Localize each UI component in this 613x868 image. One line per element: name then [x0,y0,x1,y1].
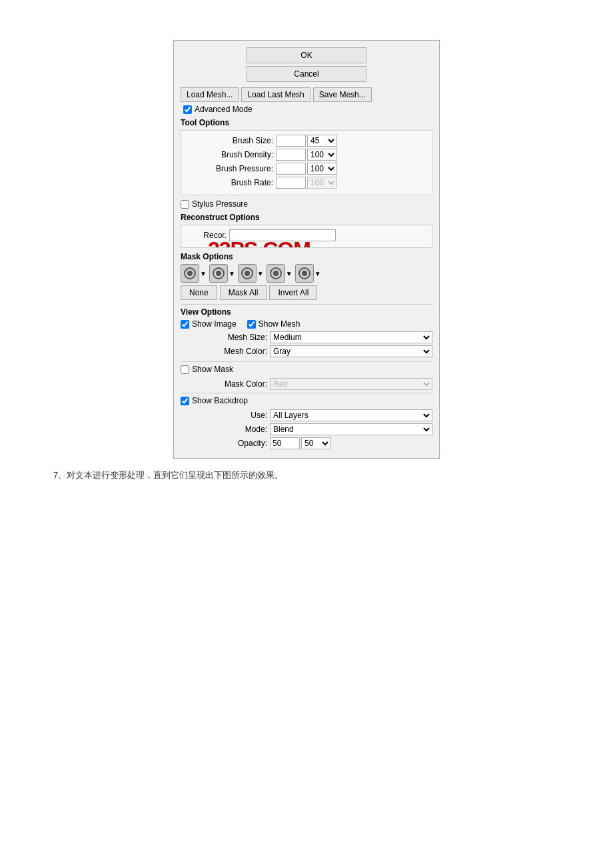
mask-circle-icon-4 [267,264,285,283]
brush-pressure-row: Brush Pressure: 100 100 [187,163,426,175]
liquify-dialog: OK Cancel Load Mesh... Load Last Mesh Sa… [173,40,440,459]
mesh-size-label: Mesh Size: [181,333,267,342]
opacity-select[interactable]: 50 [301,437,331,449]
mask-icon-4-arrow[interactable]: ▼ [286,270,293,277]
brush-pressure-select[interactable]: 100 [307,163,337,175]
view-options-section: View Options Show Image Show Mesh Mesh S… [181,307,432,357]
mask-circle-icon-2 [209,264,228,283]
mask-icon-5[interactable]: ▼ [295,264,321,283]
show-image-checkbox-label: Show Image [181,319,237,329]
brush-rate-input[interactable]: 100 [276,177,306,189]
show-backdrop-row: Show Backdrop [181,396,432,405]
divider-3 [181,393,432,393]
show-mesh-checkbox-label: Show Mesh [247,319,301,329]
brush-density-label: Brush Density: [187,150,273,159]
divider-2 [181,361,432,362]
mesh-size-select[interactable]: Medium [270,331,432,343]
mode-select[interactable]: Blend [270,423,432,435]
opacity-input[interactable] [270,437,300,449]
mask-color-row: Mask Color: Red [181,378,432,390]
mask-icon-4[interactable]: ▼ [267,264,293,283]
brush-pressure-input[interactable]: 100 [276,163,306,175]
show-mask-row: Show Mask [181,365,432,374]
mesh-buttons-row: Load Mesh... Load Last Mesh Save Mesh... [181,87,432,102]
svg-point-7 [273,271,279,276]
mask-icon-2[interactable]: ▼ [209,264,235,283]
brush-size-label: Brush Size: [187,136,273,145]
mask-options-section: Mask Options ▼ [181,252,432,300]
svg-point-3 [216,271,221,276]
mask-icon-5-arrow[interactable]: ▼ [314,270,321,277]
recor-row: Recor. [187,229,426,241]
recor-label: Recor. [187,231,227,240]
svg-point-1 [187,271,193,276]
load-last-mesh-button[interactable]: Load Last Mesh [241,87,310,102]
advanced-mode-label: Advanced Mode [195,105,253,114]
mask-all-button[interactable]: Mask All [220,285,267,300]
advanced-mode-row: Advanced Mode [181,105,432,114]
brush-pressure-label: Brush Pressure: [187,164,273,173]
mode-row: Mode: Blend [181,423,432,435]
cancel-button[interactable]: Cancel [247,66,366,82]
save-mesh-button[interactable]: Save Mesh... [313,87,372,102]
mask-options-label: Mask Options [181,252,432,261]
divider-1 [181,304,432,305]
svg-point-9 [302,271,307,276]
brush-density-row: Brush Density: 100 100 [187,149,426,161]
brush-density-control: 100 100 [276,149,337,161]
tool-options-label: Tool Options [181,118,432,127]
stylus-pressure-checkbox[interactable] [181,200,189,209]
recor-input[interactable] [229,229,336,241]
reconstruct-options-box: Recor. 23PS.COM 图片处理教程网 [181,225,432,248]
use-row: Use: All Layers [181,409,432,421]
mesh-color-select[interactable]: Gray [270,345,432,357]
show-mesh-checkbox[interactable] [247,320,256,329]
use-label: Use: [181,411,267,420]
opacity-row: Opacity: 50 [181,437,432,449]
brush-rate-row: Brush Rate: 100 100 [187,177,426,189]
mask-icon-2-arrow[interactable]: ▼ [229,270,235,277]
mask-icon-3[interactable]: ▼ [238,264,264,283]
show-mask-checkbox[interactable] [181,365,189,374]
brush-rate-control: 100 100 [276,177,337,189]
use-select[interactable]: All Layers [270,409,432,421]
tool-options-section: Tool Options Brush Size: 45 45 Brush Den… [181,118,432,195]
mask-buttons-row: None Mask All Invert All [181,285,432,300]
reconstruct-options-section: Reconstruct Options Recor. 23PS.COM 图片处理… [181,213,432,248]
show-mask-label: Show Mask [192,365,233,374]
ok-button[interactable]: OK [247,47,366,63]
show-mesh-label: Show Mesh [259,319,301,329]
opacity-label: Opacity: [181,439,267,448]
invert-all-button[interactable]: Invert All [269,285,317,300]
mesh-color-row: Mesh Color: Gray [181,345,432,357]
show-backdrop-checkbox[interactable] [181,397,189,405]
brush-rate-select: 100 [307,177,337,189]
brush-size-control: 45 45 [276,135,337,147]
brush-density-select[interactable]: 100 [307,149,337,161]
ok-cancel-row: OK Cancel [181,47,432,82]
mask-color-select: Red [270,378,432,390]
show-backdrop-label: Show Backdrop [192,396,248,405]
brush-size-select[interactable]: 45 [307,135,337,147]
none-button[interactable]: None [181,285,217,300]
tool-options-box: Brush Size: 45 45 Brush Density: 100 100 [181,130,432,195]
view-options-label: View Options [181,307,432,317]
opacity-control: 50 [270,437,331,449]
brush-rate-label: Brush Rate: [187,178,273,187]
mask-icon-1[interactable]: ▼ [181,264,207,283]
brush-size-input[interactable]: 45 [276,135,306,147]
show-image-label: Show Image [192,319,237,329]
mesh-color-label: Mesh Color: [181,347,267,356]
brush-size-row: Brush Size: 45 45 [187,135,426,147]
mask-circle-icon-1 [181,264,199,283]
show-image-checkbox[interactable] [181,320,189,329]
reconstruct-options-label: Reconstruct Options [181,213,432,222]
mask-circle-icon-3 [238,264,257,283]
advanced-mode-checkbox[interactable] [183,105,192,114]
brush-density-input[interactable]: 100 [276,149,306,161]
mask-icon-3-arrow[interactable]: ▼ [257,270,264,277]
svg-point-5 [245,271,250,276]
mask-icon-1-arrow[interactable]: ▼ [200,270,207,277]
mask-color-label: Mask Color: [181,379,267,389]
load-mesh-button[interactable]: Load Mesh... [181,87,239,102]
